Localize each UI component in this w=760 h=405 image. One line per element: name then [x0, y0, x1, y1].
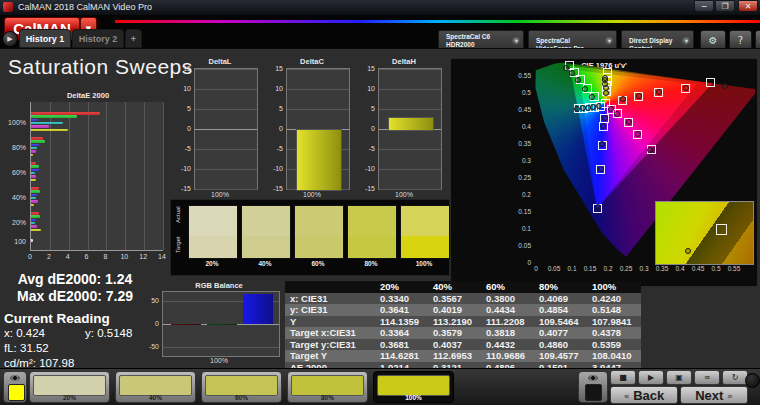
actual-color — [242, 206, 290, 236]
chart-title: DeltaC — [274, 57, 350, 66]
de-bar — [31, 200, 38, 203]
source-dropdown[interactable]: SpectraCal VideoForge Pro ▼ — [528, 30, 617, 50]
next-button[interactable]: Next » — [680, 386, 748, 404]
category-label: 100% — [274, 191, 350, 198]
y-tick-label: 0.5 — [509, 89, 531, 96]
chevron-down-icon: ▼ — [608, 38, 612, 44]
stop-icon: ■ — [619, 373, 627, 382]
category-label: 100% — [160, 357, 278, 364]
pattern-button[interactable]: ▣ — [666, 370, 692, 385]
y-tick-label: -50 — [140, 343, 159, 350]
rgb-bar-red — [171, 324, 201, 325]
next-chevron-icon: » — [727, 388, 733, 405]
y-tick-label: 5 — [354, 105, 375, 112]
add-tab-button[interactable]: + — [125, 29, 142, 48]
row-label: Y — [285, 316, 296, 328]
measurement-marker — [656, 89, 662, 95]
play-button[interactable]: ▶ — [638, 370, 664, 385]
custom-pattern-button[interactable] — [578, 371, 608, 403]
minimize-button[interactable]: − — [694, 0, 714, 12]
results-table: 20%40%60%80%100%x: CIE310.33400.35670.38… — [285, 281, 641, 374]
measurement-marker — [580, 105, 586, 111]
cell-value: 0.3340 — [375, 293, 409, 305]
x-tick-label: 0 — [528, 265, 544, 272]
back-label: Back — [633, 388, 664, 403]
saturation-swatch-button[interactable]: 60% — [201, 371, 282, 403]
pattern-preview-button[interactable] — [3, 371, 27, 403]
de-summary: Avg dE2000: 1.24 Max dE2000: 7.29 — [0, 271, 150, 305]
x-tick-label: 0.4 — [672, 265, 688, 272]
de-bar — [31, 140, 45, 143]
cell-value: 0.5359 — [587, 339, 621, 351]
settings-button[interactable]: ⚙ — [700, 30, 726, 50]
y-tick-label: 0.4 — [509, 123, 531, 130]
inset-target-marker — [716, 224, 727, 235]
meter-label: SpectraCal C6 HDR2000 — [446, 33, 490, 48]
saturation-swatch-button[interactable]: 80% — [287, 371, 368, 403]
cell-value: 0.3641 — [375, 304, 409, 316]
saturation-swatch-button[interactable]: 40% — [115, 371, 196, 403]
swatch-label: 100% — [374, 394, 453, 401]
back-button[interactable]: « Back — [610, 386, 678, 404]
refresh-button[interactable]: ↻ — [722, 370, 748, 385]
measurement-marker — [614, 111, 620, 117]
header: CalMAN ▼ ▶ History 1 History 2 + Spectra… — [0, 15, 760, 48]
de-bar — [31, 239, 33, 242]
saturation-swatch-button[interactable]: 100% — [373, 371, 454, 403]
custom-color-chip — [585, 384, 602, 401]
target-color — [242, 236, 290, 258]
target-color — [348, 236, 396, 258]
de-bar — [31, 129, 68, 132]
cell-value: 0.4378 — [587, 327, 621, 339]
gridline — [195, 109, 257, 110]
x-tick-label: 0.15 — [582, 265, 598, 272]
row-label: y: CIE31 — [285, 304, 328, 316]
x-tick-label: 10 — [118, 253, 130, 260]
reading-y: y: 0.5148 — [85, 326, 132, 341]
saturation-swatch-button[interactable]: 20% — [29, 371, 110, 403]
reading-fl: fL: 31.52 — [4, 341, 154, 356]
compare-swatch-label: 40% — [241, 260, 289, 267]
measurement-marker — [647, 147, 653, 153]
cell-value: 0.4434 — [481, 304, 515, 316]
de-bar — [31, 125, 49, 128]
target-row-label: Target — [175, 241, 181, 253]
stop-button[interactable]: ■ — [610, 370, 636, 385]
de-bar — [31, 172, 35, 175]
gridline — [163, 102, 164, 250]
tab-scroll-button[interactable]: ▶ — [2, 31, 18, 47]
y-tick-label: -5 — [170, 145, 191, 152]
meter-dropdown[interactable]: SpectraCal C6 HDR2000S75-newCaL ▼ — [438, 30, 524, 50]
y-tick-label: 40% — [4, 194, 26, 201]
close-button[interactable]: ✕ — [738, 0, 758, 12]
y-tick-label: 10 — [170, 85, 191, 92]
x-tick-label: 0.3 — [636, 265, 652, 272]
display-dropdown[interactable]: Direct Display Control ▼ — [621, 30, 694, 50]
measurement-marker — [683, 85, 689, 91]
loop-button[interactable]: ∞ — [694, 370, 720, 385]
rgb-bar-green — [207, 324, 237, 325]
collapse-button[interactable]: ◀ — [755, 30, 760, 50]
table-row: Target Y114.6281112.6953110.9686109.4577… — [285, 350, 641, 362]
y-tick-label: 0.35 — [509, 140, 531, 147]
x-tick-label: 0.55 — [726, 265, 742, 272]
cie-inset-zoom — [655, 201, 754, 265]
y-tick-label: -5 — [354, 145, 375, 152]
gridline — [195, 89, 257, 90]
actual-color — [295, 206, 343, 236]
cell-value: 0.3818 — [481, 327, 515, 339]
tab-history-1[interactable]: History 1 — [19, 29, 71, 48]
avg-de2000: Avg dE2000: 1.24 — [0, 271, 150, 288]
cell-value: 108.0410 — [587, 350, 632, 362]
restore-button[interactable]: ❐ — [715, 0, 735, 12]
cell-value: 110.9686 — [481, 350, 525, 362]
help-button[interactable]: ? — [729, 30, 752, 50]
tab-history-2[interactable]: History 2 — [72, 29, 124, 48]
x-tick-label: 14 — [156, 253, 168, 260]
de-bar — [31, 119, 38, 122]
y-tick-label: -5 — [262, 145, 283, 152]
y-tick-label: 60% — [4, 169, 26, 176]
column-header — [285, 281, 290, 293]
chart-title: DeltaE 2000 — [18, 91, 158, 100]
measurement-marker — [598, 166, 604, 172]
